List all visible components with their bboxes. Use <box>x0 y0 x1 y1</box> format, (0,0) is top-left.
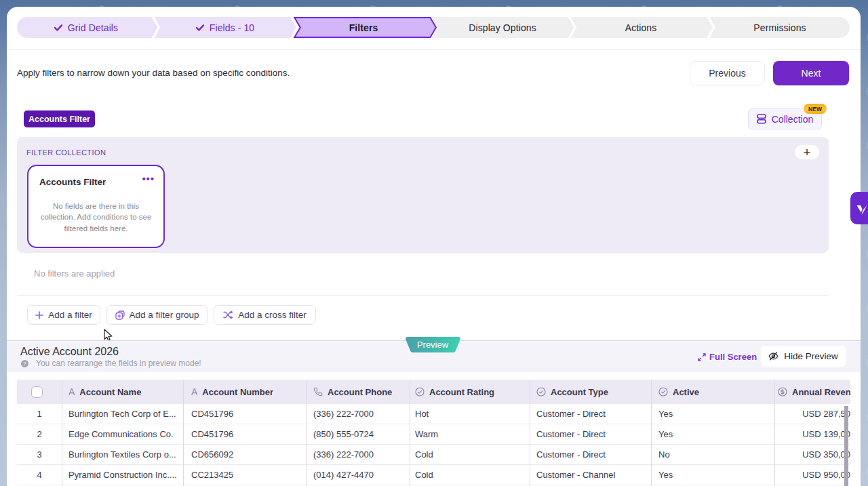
svg-text:Preview: Preview <box>417 340 449 350</box>
